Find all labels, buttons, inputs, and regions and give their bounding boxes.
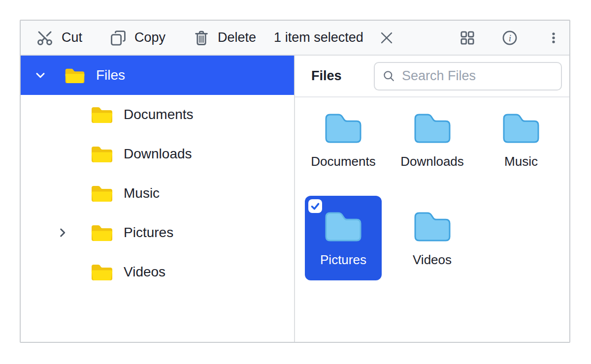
pictures-expand-toggle[interactable] — [56, 226, 69, 240]
folder-icon — [90, 144, 114, 164]
folder-grid: Documents Downloads Music — [305, 97, 559, 280]
folder-tile-label: Documents — [311, 154, 376, 169]
copy-button[interactable]: Copy — [110, 30, 165, 46]
tree-item-pictures[interactable]: Pictures — [21, 213, 294, 252]
search-icon — [382, 69, 395, 83]
selection-status: 1 item selected — [274, 30, 363, 45]
folder-icon — [90, 262, 114, 282]
cut-button-label: Cut — [62, 30, 82, 45]
folder-tile-label: Videos — [413, 252, 452, 268]
grid-view-button[interactable] — [459, 30, 476, 46]
main-panel-header: Files — [295, 56, 569, 97]
folder-icon — [90, 105, 114, 124]
trash-icon — [193, 30, 210, 46]
folder-tile-label: Downloads — [400, 154, 464, 169]
folder-icon — [323, 211, 363, 243]
selection-checkbox[interactable] — [308, 199, 322, 213]
folder-icon — [64, 66, 86, 85]
tree-item-documents[interactable]: Documents — [21, 95, 294, 134]
folder-tile-videos[interactable]: Videos — [394, 196, 471, 280]
tree-item-downloads[interactable]: Downloads — [21, 134, 294, 174]
folder-tile-music[interactable]: Music — [483, 97, 559, 182]
tree-item-files[interactable]: Files — [21, 56, 294, 95]
folder-tile-documents[interactable]: Documents — [305, 97, 382, 182]
tree-item-label: Music — [124, 185, 160, 201]
folder-tile-label: Music — [504, 154, 538, 169]
clear-selection-button[interactable] — [378, 30, 395, 46]
cut-button[interactable]: Cut — [36, 29, 82, 47]
copy-button-label: Copy — [134, 30, 165, 45]
folder-icon — [323, 112, 363, 145]
checkmark-icon — [309, 200, 321, 212]
folder-tile-downloads[interactable]: Downloads — [394, 97, 471, 182]
folder-tile-label: Pictures — [320, 252, 366, 268]
tree-item-label: Files — [96, 67, 125, 83]
folder-tile-pictures[interactable]: Pictures — [305, 196, 382, 280]
info-icon — [501, 30, 518, 46]
file-manager-window: Cut Copy Delete 1 item selected — [20, 20, 570, 343]
tree-item-label: Documents — [124, 107, 194, 122]
files-expand-toggle[interactable] — [33, 68, 47, 82]
search-box[interactable] — [374, 62, 562, 91]
tree-item-videos[interactable]: Videos — [21, 252, 294, 292]
page-title: Files — [311, 68, 342, 84]
folder-icon — [90, 183, 114, 203]
info-button[interactable] — [501, 30, 518, 46]
main-panel: Files Documents Downl — [295, 56, 569, 342]
tree-item-label: Pictures — [124, 225, 173, 241]
folder-icon — [501, 112, 541, 145]
chevron-right-icon — [56, 226, 69, 240]
close-icon — [378, 30, 395, 46]
chevron-down-icon — [33, 68, 47, 82]
sidebar-tree: Files Documents Downloads Music — [21, 56, 295, 342]
more-options-button[interactable] — [547, 30, 560, 46]
tree-item-music[interactable]: Music — [21, 174, 294, 213]
delete-button-label: Delete — [218, 30, 256, 45]
scissors-icon — [36, 29, 54, 47]
toolbar: Cut Copy Delete 1 item selected — [21, 21, 569, 56]
window-body: Files Documents Downloads Music — [21, 56, 569, 342]
copy-icon — [110, 30, 127, 46]
delete-button[interactable]: Delete — [193, 30, 256, 46]
folder-icon — [412, 112, 453, 145]
kebab-menu-icon — [547, 30, 560, 46]
tree-item-label: Videos — [124, 264, 165, 280]
folder-icon — [412, 211, 453, 243]
search-input[interactable] — [402, 68, 554, 84]
folder-icon — [90, 223, 114, 243]
folder-grid-area: Documents Downloads Music — [295, 97, 569, 342]
grid-view-icon — [459, 30, 476, 46]
tree-item-label: Downloads — [124, 146, 192, 162]
